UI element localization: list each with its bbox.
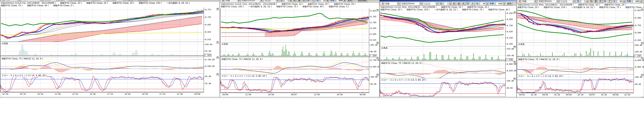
macd-axis-tick: 8,730.00 [370,59,379,61]
period-button-T[interactable]: T [311,0,315,2]
minutes-stepper[interactable]: 30◢ [480,2,488,5]
price-chart-canvas[interactable] [517,8,644,94]
period-button-分[interactable]: 分 [466,2,470,5]
category-select[interactable]: 先物▼ [5,0,20,1]
bars-stepper[interactable]: 600◢ [633,0,642,3]
chart-title: 日経225mini 11/12( 30分, 2011/08/31 - 2011/… [380,6,436,8]
macd-section-label: 移動平均( Close, 75 ) MACD( 12, 26, 9 ) [221,58,263,61]
minutes-value: 5 [100,0,106,1]
bar-type-stepper[interactable]: 1◢ [444,2,451,5]
window-menu-dropdown[interactable]: ▼ [517,0,520,3]
contract-select[interactable]: 11/12▼ [44,0,59,1]
bars-stepper[interactable]: 600◢ [336,0,346,2]
stepper-handle-icon: ◢ [503,2,505,5]
indicator-label: 移動平均( Close, 150 ) [139,2,162,4]
period-button-月[interactable]: 月 [302,0,306,2]
multi-symbol-button[interactable]: 複数銘柄 [357,0,368,2]
category-select[interactable]: 先物▼ [384,2,400,5]
collapse-section-button[interactable]: ▼ [513,11,516,14]
chart-window-4[interactable]: ▼先物▼日経225mini▼11/12▼足1◢日週月分T分60◢本数600◢適用… [516,0,644,98]
symbol-select[interactable]: 日経225mini▼ [21,0,43,1]
period-button-月[interactable]: 月 [462,2,465,5]
minutes-stepper[interactable]: 5◢ [100,0,109,1]
collapse-section-button[interactable]: ▼ [216,56,219,59]
period-button-日[interactable]: 日 [72,0,76,1]
collapse-section-button[interactable]: ▼ [640,74,644,76]
period-button-T[interactable]: T [91,0,95,1]
bar-type-stepper[interactable]: 1◢ [64,0,72,1]
window-menu-dropdown[interactable]: ▼ [221,0,224,2]
period-button-日[interactable]: 日 [589,0,593,3]
symbol-select[interactable]: 日経225mini▼ [400,2,422,5]
price-chart-canvas[interactable] [0,7,220,94]
chart-window-1[interactable]: ▼先物▼日経225mini▼11/12▼足1◢日週月分T分5◢本数600◢適用複… [0,0,220,98]
collapse-section-button[interactable]: ▼ [216,41,219,43]
horizontal-scrollbar[interactable] [220,97,379,98]
period-button-T[interactable]: T [608,0,612,3]
collapse-section-button[interactable]: ▼ [640,42,644,44]
collapse-section-button[interactable]: ▼ [513,61,516,63]
symbol-select[interactable]: 日経225mini▼ [241,0,263,2]
period-button-日[interactable]: 日 [292,0,296,2]
chart-title: 日経225mini 11/12( 60分, 2011/08/31 - 2011/… [518,3,574,6]
period-button-月[interactable]: 月 [82,0,86,1]
chart-window-3[interactable]: ▼先物▼日経225mini▼11/12▼足1◢日週月分T分30◢本数600◢適用… [380,0,516,98]
collapse-section-button[interactable]: ▼ [376,9,379,11]
bar-type-stepper[interactable]: 1◢ [284,0,292,2]
period-button-日[interactable]: 日 [452,2,456,5]
stochastics-section-label: スロー・ストキャスティクス( 14, 3, 80, 20 ) [221,75,267,78]
indicator-label: 移動平均( Close, 40 ) [27,4,49,7]
horizontal-scrollbar[interactable] [380,97,516,98]
volume-axis-tick: 80.00 [370,50,376,53]
apply-button[interactable]: 適用 [643,0,644,3]
chart-window-2[interactable]: ▼先物▼日経225mini▼11/12▼足1◢日週月分T分15◢本数600◢適用… [220,0,379,98]
contract-select[interactable]: 11/12▼ [264,0,279,2]
bars-stepper[interactable]: 600◢ [496,2,505,5]
minutes-stepper[interactable]: 15◢ [320,0,328,2]
collapse-section-button[interactable]: ▼ [376,42,379,44]
collapse-section-button[interactable]: ▼ [640,57,644,59]
indicator-label: 移動平均( Close, 10 ) [578,3,600,6]
indicator-label: 移動平均( Close, 10 ) [282,3,303,5]
collapse-section-button[interactable]: ▼ [640,8,644,11]
collapse-section-button[interactable]: ▼ [513,45,516,48]
category-select[interactable]: 先物▼ [521,0,537,3]
collapse-section-button[interactable]: ▼ [216,8,219,10]
apply-button[interactable]: 適用 [346,0,353,2]
stepper-handle-icon: ◢ [326,0,328,2]
period-button-分[interactable]: 分 [86,0,90,1]
category-select[interactable]: 先物▼ [224,0,240,2]
window-menu-dropdown[interactable]: ▼ [1,0,4,1]
window-menu-dropdown[interactable]: ▼ [380,2,384,5]
period-button-週[interactable]: 週 [297,0,301,2]
period-button-月[interactable]: 月 [598,0,602,3]
price-chart-canvas[interactable] [380,11,516,98]
minutes-stepper[interactable]: 60◢ [617,0,625,3]
period-button-週[interactable]: 週 [457,2,461,5]
collapse-section-button[interactable]: ▼ [376,74,379,76]
bars-stepper[interactable]: 600◢ [116,0,126,1]
horizontal-scrollbar[interactable] [517,97,644,98]
period-button-週[interactable]: 週 [594,0,598,3]
apply-button[interactable]: 適用 [126,0,133,1]
time-axis-tick: 09/07 [291,94,297,96]
apply-button[interactable]: 適用 [506,2,512,5]
window-titlebar[interactable] [380,0,516,1]
symbol-select[interactable]: 日経225mini▼ [538,0,560,3]
minutes-label: 分 [316,0,320,2]
chevron-down-icon: ▼ [420,2,422,5]
price-chart-canvas[interactable] [220,8,379,94]
collapse-section-button[interactable]: ▼ [513,77,516,80]
period-button-分[interactable]: 分 [603,0,607,3]
collapse-section-button[interactable]: ▼ [216,73,219,75]
multi-symbol-button[interactable]: 複数銘柄 [137,0,148,1]
period-button-T[interactable]: T [471,2,474,5]
chevron-down-icon: ▼ [382,2,383,5]
horizontal-scrollbar[interactable] [0,97,219,98]
contract-select[interactable]: 11/12▼ [560,0,576,3]
bar-type-stepper[interactable]: 1◢ [581,0,588,3]
collapse-section-button[interactable]: ▼ [376,57,379,59]
contract-select[interactable]: 11/12▼ [423,2,438,5]
period-button-週[interactable]: 週 [77,0,81,1]
period-button-分[interactable]: 分 [306,0,310,2]
